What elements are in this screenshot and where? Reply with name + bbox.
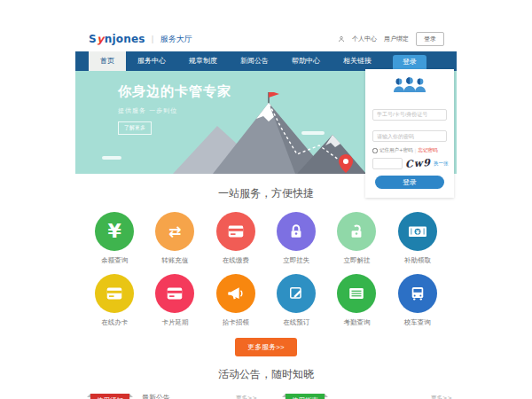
service-label: 补助领取 xyxy=(387,256,448,265)
right-tabbar: 使用指南 更多>> xyxy=(271,391,456,399)
username-input[interactable] xyxy=(372,109,447,121)
announcement-panel-right: 使用指南 更多>> xyxy=(271,391,456,399)
service-item-0[interactable]: ¥余额查询 xyxy=(84,212,145,265)
service-grid: ¥余额查询⇄转账充值在线缴费立即挂失立即解挂¥补助领取在线办卡卡片延期拾卡招领在… xyxy=(75,201,457,327)
services-section: 一站服务，方便快捷 ¥余额查询⇄转账充值在线缴费立即挂失立即解挂¥补助领取在线办… xyxy=(75,174,457,356)
personal-center-link[interactable]: 个人中心 xyxy=(352,35,377,43)
service-label: 转账充值 xyxy=(145,256,205,265)
lock-icon xyxy=(277,212,316,251)
user-binding-link[interactable]: 用户绑定 xyxy=(384,35,409,43)
site-name: 服务大厅 xyxy=(160,34,192,45)
list-icon xyxy=(337,274,376,313)
users-icon xyxy=(372,76,447,98)
remember-label: 记住用户+密码 xyxy=(379,147,413,153)
service-label: 考勤查询 xyxy=(326,318,387,327)
cloud xyxy=(102,156,121,160)
header-login-button[interactable]: 登录 xyxy=(416,32,444,46)
left-tabbar: 使用须知 最新公告 更多>> xyxy=(76,391,261,399)
nav-item-4[interactable]: 帮助中心 xyxy=(280,51,332,71)
service-label: 拾卡招领 xyxy=(206,318,266,327)
banknote-icon: ¥ xyxy=(398,212,437,251)
service-item-7[interactable]: 卡片延期 xyxy=(145,274,205,327)
service-item-10[interactable]: 考勤查询 xyxy=(326,274,387,327)
service-item-2[interactable]: 在线缴费 xyxy=(206,212,266,265)
svg-text:¥: ¥ xyxy=(416,229,420,236)
captcha-row: Cw9 换一张 xyxy=(372,158,447,169)
transfer-icon: ⇄ xyxy=(155,212,194,251)
announcements-title: 活动公告，随时知晓 xyxy=(75,367,457,382)
nav-item-3[interactable]: 新闻公告 xyxy=(229,51,280,71)
captcha-refresh-link[interactable]: 换一张 xyxy=(434,160,449,167)
service-item-4[interactable]: 立即解挂 xyxy=(326,212,387,265)
service-item-11[interactable]: 校车查询 xyxy=(387,274,448,327)
service-item-1[interactable]: ⇄转账充值 xyxy=(145,212,205,265)
logo-text-2: njones xyxy=(105,33,145,45)
login-panel: 登录 xyxy=(365,55,454,198)
latest-announcements-tab[interactable]: 最新公告 xyxy=(142,390,170,399)
service-label: 立即挂失 xyxy=(266,256,326,265)
service-label: 余额查询 xyxy=(84,256,145,265)
bus-icon xyxy=(398,274,437,313)
login-tab[interactable]: 登录 xyxy=(393,55,426,69)
service-label: 在线预订 xyxy=(266,318,326,327)
nav-item-0[interactable]: 首页 xyxy=(89,51,126,71)
remember-checkbox[interactable] xyxy=(372,148,378,153)
service-label: 卡片延期 xyxy=(145,318,205,327)
nav-item-1[interactable]: 服务中心 xyxy=(126,51,177,71)
captcha-image[interactable]: Cw9 xyxy=(405,157,432,170)
announcement-panels: 使用须知 最新公告 更多>> 使用指南 更多>> xyxy=(75,391,457,399)
service-label: 立即解挂 xyxy=(326,256,387,265)
megaphone-icon xyxy=(216,274,255,313)
card-icon xyxy=(155,274,194,313)
forgot-password-link[interactable]: 忘记密码 xyxy=(418,147,437,153)
logo[interactable]: Synjones | 服务大厅 xyxy=(89,33,192,45)
service-label: 在线办卡 xyxy=(84,318,145,327)
unlock-icon xyxy=(337,212,376,251)
logo-divider: | xyxy=(152,35,154,43)
site-header: Synjones | 服务大厅 个人中心 用户绑定 登录 xyxy=(75,27,457,51)
more-services-button[interactable]: 更多服务>> xyxy=(235,338,296,356)
logo-accent: y xyxy=(97,33,104,45)
divider: | xyxy=(415,148,417,153)
captcha-input[interactable] xyxy=(372,158,403,169)
login-submit-button[interactable]: 登录 xyxy=(375,176,444,189)
service-label: 校车查询 xyxy=(387,318,448,327)
hero-title: 你身边的卡管专家 xyxy=(118,83,231,100)
remember-row: 记住用户+密码 | 忘记密码 xyxy=(372,147,447,153)
password-input[interactable] xyxy=(372,130,447,142)
logo-text: S xyxy=(89,33,97,45)
header-links: 个人中心 用户绑定 登录 xyxy=(338,32,444,46)
announcement-panel-left: 使用须知 最新公告 更多>> xyxy=(76,391,261,399)
service-item-6[interactable]: 在线办卡 xyxy=(84,274,145,327)
nav-item-2[interactable]: 规章制度 xyxy=(177,51,229,71)
usage-guide-ribbon[interactable]: 使用指南 xyxy=(286,394,325,399)
service-item-9[interactable]: 在线预订 xyxy=(266,274,326,327)
hero-subtitle: 提供服务 一步到位 xyxy=(118,106,231,115)
page-canvas: Synjones | 服务大厅 个人中心 用户绑定 登录 首页服务中心规章制度新… xyxy=(0,0,532,399)
usage-notice-ribbon[interactable]: 使用须知 xyxy=(90,394,129,399)
login-form: 记住用户+密码 | 忘记密码 Cw9 换一张 登录 xyxy=(365,69,454,198)
user-icon xyxy=(338,35,345,43)
right-more-link[interactable]: 更多>> xyxy=(431,390,452,399)
hero-cta-button[interactable]: 了解更多 xyxy=(118,121,152,135)
card-icon xyxy=(95,274,134,313)
left-more-link[interactable]: 更多>> xyxy=(236,390,257,399)
announcements-section: 活动公告，随时知晓 使用须知 最新公告 更多>> 使用指南 更多>> xyxy=(75,356,457,399)
service-item-8[interactable]: 拾卡招领 xyxy=(206,274,266,327)
portal-page: Synjones | 服务大厅 个人中心 用户绑定 登录 首页服务中心规章制度新… xyxy=(75,27,457,399)
edit-icon xyxy=(277,274,316,313)
yen-icon: ¥ xyxy=(95,212,134,251)
service-label: 在线缴费 xyxy=(206,256,266,265)
service-item-5[interactable]: ¥补助领取 xyxy=(387,212,448,265)
card-icon xyxy=(216,212,255,251)
hero-text: 你身边的卡管专家 提供服务 一步到位 了解更多 xyxy=(118,83,231,135)
service-item-3[interactable]: 立即挂失 xyxy=(266,212,326,265)
